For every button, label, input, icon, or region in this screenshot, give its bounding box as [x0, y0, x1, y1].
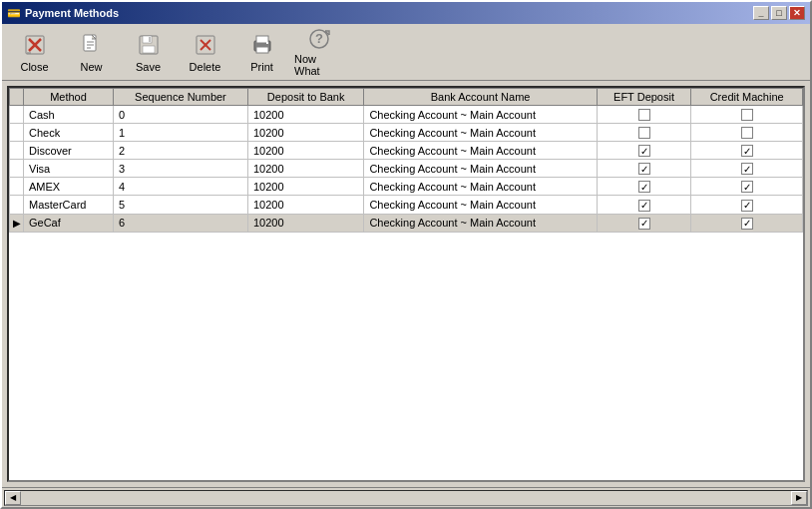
bank-name-cell: Checking Account ~ Main Account: [364, 106, 597, 124]
credit-cell[interactable]: [691, 124, 803, 142]
seq-cell: 3: [113, 160, 247, 178]
scroll-left-button[interactable]: ◀: [5, 491, 21, 505]
table-row[interactable]: ▶GeCaf610200Checking Account ~ Main Acco…: [10, 214, 803, 232]
eft-checkbox[interactable]: [638, 200, 650, 212]
deposit-cell: 10200: [247, 124, 363, 142]
indicator-col-header: [10, 89, 24, 106]
eft-cell[interactable]: [597, 178, 691, 196]
credit-checkbox[interactable]: [741, 163, 753, 175]
table-row[interactable]: Check110200Checking Account ~ Main Accou…: [10, 124, 803, 142]
bankname-col-header: Bank Account Name: [364, 89, 597, 106]
scroll-right-button[interactable]: ▶: [791, 491, 807, 505]
print-label: Print: [250, 61, 273, 73]
bottom-bar: ◀ ▶: [2, 487, 810, 507]
deposit-cell: 10200: [247, 106, 363, 124]
close-button[interactable]: Close: [7, 27, 62, 77]
row-indicator: [10, 142, 24, 160]
delete-button[interactable]: Delete: [178, 27, 232, 77]
credit-checkbox[interactable]: [741, 200, 753, 212]
credit-cell[interactable]: [691, 106, 803, 124]
toolbar: Close New: [2, 24, 810, 81]
horizontal-scrollbar[interactable]: ◀ ▶: [4, 490, 808, 506]
svg-rect-16: [256, 47, 268, 53]
window-icon: 💳: [7, 7, 21, 20]
svg-rect-17: [266, 42, 268, 44]
row-indicator: ▶: [10, 214, 24, 232]
credit-cell[interactable]: [691, 196, 803, 214]
table-container[interactable]: Method Sequence Number Deposit to Bank B…: [7, 86, 805, 482]
eft-cell[interactable]: [597, 160, 691, 178]
seq-cell: 0: [113, 106, 247, 124]
credit-checkbox[interactable]: [741, 109, 753, 121]
eft-checkbox[interactable]: [638, 127, 650, 139]
table-header-row: Method Sequence Number Deposit to Bank B…: [10, 89, 803, 106]
credit-checkbox[interactable]: [741, 127, 753, 139]
close-label: Close: [20, 61, 48, 73]
bank-name-cell: Checking Account ~ Main Account: [364, 160, 597, 178]
credit-cell[interactable]: [691, 214, 803, 232]
seq-cell: 4: [113, 178, 247, 196]
bank-name-cell: Checking Account ~ Main Account: [364, 142, 597, 160]
nowwhat-icon: ?: [305, 27, 333, 51]
svg-text:?: ?: [315, 31, 323, 46]
payment-methods-table: Method Sequence Number Deposit to Bank B…: [9, 88, 803, 233]
print-button[interactable]: Print: [234, 27, 289, 77]
new-icon: [78, 31, 106, 59]
title-buttons: _ □ ✕: [753, 6, 805, 20]
nowwhat-button[interactable]: ? Now What: [291, 27, 346, 77]
main-window: 💳 Payment Methods _ □ ✕ Close: [0, 0, 812, 509]
deposit-cell: 10200: [247, 142, 363, 160]
table-row[interactable]: Discover210200Checking Account ~ Main Ac…: [10, 142, 803, 160]
credit-checkbox[interactable]: [741, 218, 753, 230]
credit-cell[interactable]: [691, 160, 803, 178]
seq-cell: 6: [113, 214, 247, 232]
eft-checkbox[interactable]: [638, 181, 650, 193]
table-row[interactable]: Cash010200Checking Account ~ Main Accoun…: [10, 106, 803, 124]
svg-rect-8: [143, 36, 152, 43]
delete-label: Delete: [190, 61, 221, 73]
method-cell: Discover: [24, 142, 114, 160]
seq-col-header: Sequence Number: [113, 89, 247, 106]
svg-rect-15: [256, 36, 268, 43]
close-window-button[interactable]: ✕: [789, 6, 805, 20]
credit-col-header: Credit Machine: [691, 89, 803, 106]
bank-name-cell: Checking Account ~ Main Account: [364, 196, 597, 214]
credit-cell[interactable]: [691, 142, 803, 160]
eft-checkbox[interactable]: [638, 145, 650, 157]
deposit-col-header: Deposit to Bank: [247, 89, 363, 106]
seq-cell: 2: [113, 142, 247, 160]
minimize-button[interactable]: _: [753, 6, 769, 20]
eft-cell[interactable]: [597, 124, 691, 142]
maximize-button[interactable]: □: [771, 6, 787, 20]
eft-checkbox[interactable]: [638, 163, 650, 175]
new-button[interactable]: New: [64, 27, 119, 77]
table-row[interactable]: MasterCard510200Checking Account ~ Main …: [10, 196, 803, 214]
bank-name-cell: Checking Account ~ Main Account: [364, 124, 597, 142]
table-row[interactable]: AMEX410200Checking Account ~ Main Accoun…: [10, 178, 803, 196]
table-row[interactable]: Visa310200Checking Account ~ Main Accoun…: [10, 160, 803, 178]
method-cell: GeCaf: [24, 214, 114, 232]
eft-cell[interactable]: [597, 142, 691, 160]
method-cell: Check: [24, 124, 114, 142]
bank-name-cell: Checking Account ~ Main Account: [364, 178, 597, 196]
seq-cell: 5: [113, 196, 247, 214]
credit-cell[interactable]: [691, 178, 803, 196]
eft-checkbox[interactable]: [638, 109, 650, 121]
credit-checkbox[interactable]: [741, 145, 753, 157]
save-button[interactable]: Save: [121, 27, 176, 77]
deposit-cell: 10200: [247, 214, 363, 232]
title-bar: 💳 Payment Methods _ □ ✕: [2, 2, 810, 24]
method-cell: Cash: [24, 106, 114, 124]
row-indicator: [10, 124, 24, 142]
eft-cell[interactable]: [597, 196, 691, 214]
save-label: Save: [136, 61, 161, 73]
svg-rect-9: [143, 46, 155, 53]
save-icon: [135, 31, 163, 59]
eft-cell[interactable]: [597, 214, 691, 232]
credit-checkbox[interactable]: [741, 181, 753, 193]
eft-cell[interactable]: [597, 106, 691, 124]
method-col-header: Method: [24, 89, 114, 106]
eft-checkbox[interactable]: [638, 218, 650, 230]
eft-col-header: EFT Deposit: [597, 89, 691, 106]
seq-cell: 1: [113, 124, 247, 142]
